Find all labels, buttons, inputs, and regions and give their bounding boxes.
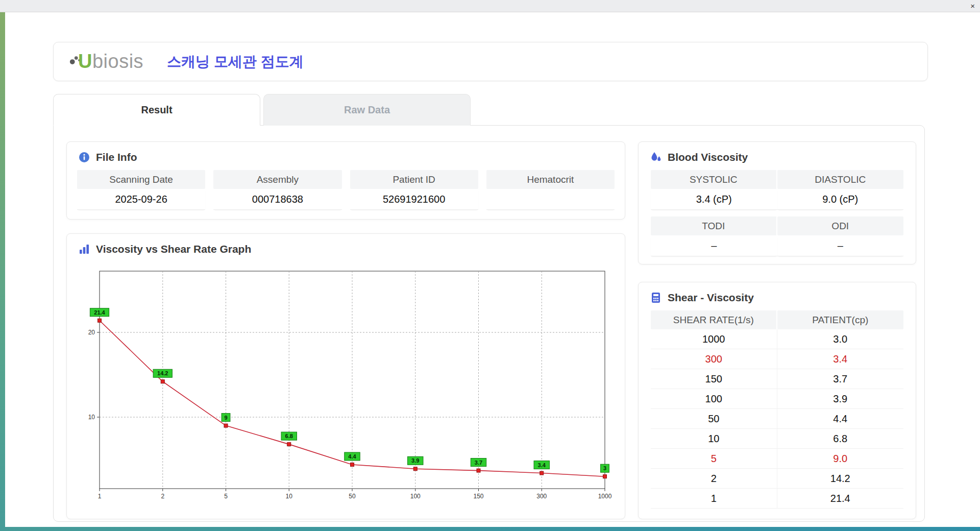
ubiosis-logo: Ubiosis <box>69 51 143 73</box>
file-info-header: Patient ID <box>350 170 478 189</box>
shear-viscosity-row: 106.8 <box>651 429 903 449</box>
logo-letter-u: U <box>78 51 92 72</box>
tab-bar: Result Raw Data <box>53 94 471 126</box>
svg-text:3.7: 3.7 <box>475 460 482 466</box>
app-window: Ubiosis 스캐닝 모세관 점도계 Result Raw Data File… <box>5 12 980 527</box>
shear-viscosity-table: SHEAR RATE(1/s) PATIENT(cp) 10003.03003.… <box>639 310 916 509</box>
viscosity-graph-card: Viscosity vs Shear Rate Graph 1020125105… <box>66 233 625 519</box>
patient-viscosity-value: 6.8 <box>777 429 904 448</box>
info-icon <box>78 151 90 163</box>
patient-column-header: PATIENT(cp) <box>777 310 904 329</box>
shear-viscosity-row: 1003.9 <box>651 389 903 409</box>
shear-viscosity-title: Shear - Viscosity <box>668 292 754 304</box>
shear-rate-value: 300 <box>651 349 777 369</box>
svg-text:3.4: 3.4 <box>538 462 546 468</box>
viscosity-chart: 10201251050100150300100021.414.296.84.43… <box>67 262 625 511</box>
patient-viscosity-value: 3.4 <box>777 349 904 369</box>
shear-viscosity-row: 59.0 <box>651 449 903 469</box>
logo-rest: biosis <box>92 51 143 72</box>
file-info-header: Assembly <box>213 170 341 189</box>
odi-value: – <box>777 235 904 256</box>
droplets-icon <box>650 151 662 163</box>
svg-text:150: 150 <box>473 493 483 500</box>
blood-viscosity-row-1: SYSTOLIC DIASTOLIC 3.4 (cP) 9.0 (cP) <box>639 170 916 210</box>
bar-chart-icon <box>78 243 90 255</box>
patient-id-value: 52691921600 <box>350 189 478 210</box>
shear-rate-value: 150 <box>651 369 777 389</box>
shear-rate-value: 10 <box>651 429 777 448</box>
patient-viscosity-value: 3.9 <box>777 389 904 408</box>
shear-rate-value: 1000 <box>651 329 777 349</box>
svg-text:1000: 1000 <box>598 493 612 500</box>
svg-text:5: 5 <box>224 493 228 500</box>
todi-header: TODI <box>651 216 777 235</box>
hematocrit-value <box>486 189 615 210</box>
svg-text:10: 10 <box>286 493 293 500</box>
tab-result[interactable]: Result <box>53 94 260 126</box>
shear-viscosity-row: 1503.7 <box>651 369 903 389</box>
svg-text:2: 2 <box>161 493 164 500</box>
calculator-icon <box>650 292 662 304</box>
tab-raw-data[interactable]: Raw Data <box>263 94 471 126</box>
svg-text:21.4: 21.4 <box>94 309 105 316</box>
svg-text:3: 3 <box>603 465 606 471</box>
shear-rate-value: 1 <box>651 489 777 508</box>
shear-viscosity-rows: 10003.03003.41503.71003.9504.4106.859.02… <box>651 329 903 509</box>
graph-title: Viscosity vs Shear Rate Graph <box>96 243 251 255</box>
svg-text:100: 100 <box>410 493 421 500</box>
close-icon[interactable]: × <box>970 1 975 11</box>
svg-text:1: 1 <box>98 493 102 500</box>
window-titlebar: × <box>0 0 980 12</box>
patient-viscosity-value: 21.4 <box>777 489 904 508</box>
svg-text:6.8: 6.8 <box>285 433 293 439</box>
file-info-title: File Info <box>96 151 137 163</box>
svg-text:14.2: 14.2 <box>157 370 168 376</box>
svg-text:10: 10 <box>88 414 95 421</box>
todi-value: – <box>651 235 777 256</box>
file-info-header: Hematocrit <box>486 170 615 189</box>
shear-viscosity-row: 504.4 <box>651 409 903 429</box>
diastolic-value: 9.0 (cP) <box>777 189 904 210</box>
app-header: Ubiosis 스캐닝 모세관 점도계 <box>53 42 928 81</box>
blood-viscosity-row-2: TODI ODI – – <box>639 216 916 256</box>
svg-text:20: 20 <box>88 329 95 336</box>
patient-viscosity-value: 3.0 <box>777 329 904 349</box>
shear-viscosity-row: 3003.4 <box>651 349 903 369</box>
shear-viscosity-row: 214.2 <box>651 469 903 489</box>
svg-text:3.9: 3.9 <box>411 457 419 464</box>
shear-viscosity-row: 10003.0 <box>651 329 903 349</box>
shear-rate-value: 50 <box>651 409 777 428</box>
file-info-header: Scanning Date <box>77 170 205 189</box>
diastolic-header: DIASTOLIC <box>777 170 904 189</box>
shear-rate-value: 5 <box>651 449 777 468</box>
shear-rate-column-header: SHEAR RATE(1/s) <box>651 310 777 329</box>
shear-viscosity-card: Shear - Viscosity SHEAR RATE(1/s) PATIEN… <box>638 282 916 519</box>
viscosity-chart-svg: 10201251050100150300100021.414.296.84.43… <box>79 265 620 509</box>
file-info-table: Scanning Date Assembly Patient ID Hemato… <box>67 170 625 210</box>
result-panel: File Info Scanning Date Assembly Patient… <box>53 125 925 522</box>
scanning-date-value: 2025-09-26 <box>77 189 205 210</box>
systolic-value: 3.4 (cP) <box>651 189 777 210</box>
svg-text:9: 9 <box>224 415 227 421</box>
svg-text:300: 300 <box>536 493 547 500</box>
blood-viscosity-title: Blood Viscosity <box>668 151 748 163</box>
assembly-value: 000718638 <box>213 189 341 210</box>
shear-rate-value: 2 <box>651 469 777 488</box>
systolic-header: SYSTOLIC <box>651 170 777 189</box>
patient-viscosity-value: 4.4 <box>777 409 904 428</box>
shear-viscosity-row: 121.4 <box>651 489 903 509</box>
logo-text: Ubiosis <box>78 51 143 73</box>
odi-header: ODI <box>777 216 904 235</box>
patient-viscosity-value: 14.2 <box>777 469 904 488</box>
patient-viscosity-value: 3.7 <box>777 369 904 389</box>
svg-text:4.4: 4.4 <box>348 453 356 460</box>
file-info-card: File Info Scanning Date Assembly Patient… <box>66 141 625 220</box>
page-title: 스캐닝 모세관 점도계 <box>167 52 304 71</box>
blood-viscosity-card: Blood Viscosity SYSTOLIC DIASTOLIC 3.4 (… <box>638 141 916 264</box>
svg-text:50: 50 <box>349 493 356 500</box>
patient-viscosity-value: 9.0 <box>777 449 904 468</box>
shear-rate-value: 100 <box>651 389 777 408</box>
